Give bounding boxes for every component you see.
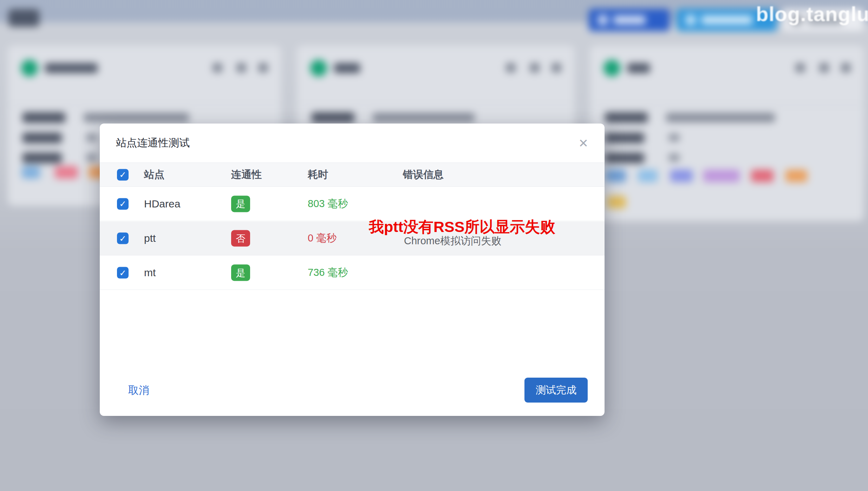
- close-icon[interactable]: ✕: [579, 137, 589, 149]
- select-all-checkbox[interactable]: ✓: [117, 169, 129, 180]
- site-name: mt: [144, 267, 156, 279]
- site-name: HDarea: [144, 198, 180, 210]
- connectivity-test-modal: 站点连通性测试 ✕ ✓ 站点 连通性 耗时 错误信息 ✓ HDarea 是 80…: [100, 124, 605, 416]
- check-icon: ✓: [119, 171, 126, 179]
- site-name: ptt: [144, 232, 156, 244]
- connectivity-badge: 是: [231, 265, 250, 281]
- red-annotation-text: 我ptt没有RSS所以显示失败: [369, 217, 555, 237]
- modal-title: 站点连通性测试: [116, 136, 190, 150]
- check-icon: ✓: [119, 268, 126, 277]
- modal-header: 站点连通性测试 ✕: [100, 124, 605, 162]
- cancel-button[interactable]: 取消: [128, 383, 149, 398]
- app-window: blog.tanglu.me 站点连通性测试 ✕ ✓ 站点 连通性 耗时 错误信…: [0, 0, 868, 491]
- row-checkbox[interactable]: ✓: [117, 198, 129, 210]
- connectivity-badge: 否: [231, 230, 250, 247]
- column-header-error: 错误信息: [403, 168, 444, 182]
- elapsed-time: 0 毫秒: [308, 231, 337, 245]
- connectivity-badge: 是: [231, 195, 250, 212]
- row-checkbox[interactable]: ✓: [117, 233, 129, 244]
- column-header-site: 站点: [144, 168, 164, 182]
- check-icon: ✓: [119, 234, 126, 243]
- confirm-button[interactable]: 测试完成: [524, 378, 588, 403]
- elapsed-time: 736 毫秒: [308, 266, 348, 280]
- check-icon: ✓: [119, 200, 126, 208]
- column-header-connectivity: 连通性: [231, 168, 262, 182]
- table-header-row: ✓ 站点 连通性 耗时 错误信息: [100, 162, 605, 187]
- elapsed-time: 803 毫秒: [308, 197, 348, 211]
- table-row-hdarea: ✓ HDarea 是 803 毫秒: [100, 187, 605, 221]
- row-checkbox[interactable]: ✓: [117, 267, 129, 279]
- column-header-time: 耗时: [308, 168, 328, 182]
- table-row-mt: ✓ mt 是 736 毫秒: [100, 256, 605, 290]
